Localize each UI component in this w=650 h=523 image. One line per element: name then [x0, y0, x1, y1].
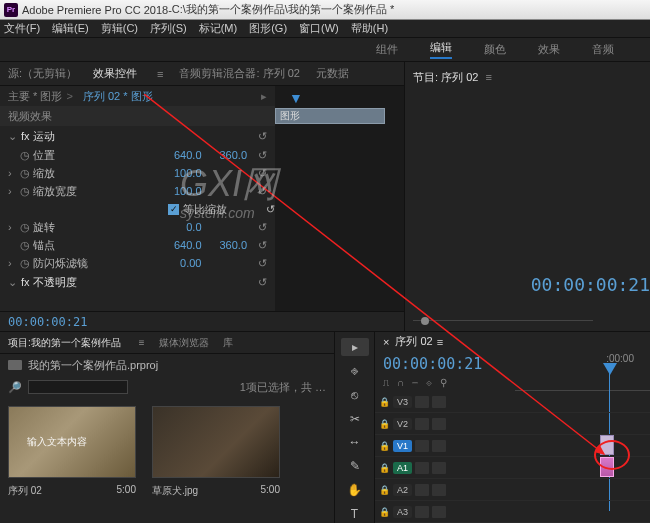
track-v2[interactable]: V2 [393, 418, 412, 430]
mute-icon[interactable] [415, 506, 429, 518]
razor-tool[interactable]: ✂ [341, 410, 369, 428]
twirl-icon[interactable]: ⌄ [8, 130, 17, 143]
tab-source[interactable]: 源:（无剪辑） [8, 66, 77, 81]
tab-libraries[interactable]: 库 [223, 336, 233, 350]
tab-project[interactable]: 项目:我的第一个案例作品 [8, 336, 121, 350]
mute-icon[interactable] [415, 462, 429, 474]
anchor-y[interactable]: 360.0 [220, 239, 258, 251]
stopwatch-icon[interactable]: ◷ [20, 239, 33, 252]
menu-help[interactable]: 帮助(H) [351, 21, 388, 36]
tab-sequence[interactable]: 序列 02 [395, 334, 432, 349]
antiflicker-v[interactable]: 0.00 [163, 257, 201, 269]
mini-clip[interactable]: 图形 [275, 108, 385, 124]
sync-icon[interactable] [432, 440, 446, 452]
timeline-tracks[interactable] [515, 391, 650, 523]
timeline-ruler[interactable]: :00:00 [515, 351, 650, 391]
search-icon[interactable]: 🔎 [8, 381, 22, 394]
menu-sequence[interactable]: 序列(S) [150, 21, 187, 36]
slip-tool[interactable]: ↔ [341, 434, 369, 452]
reset-icon[interactable]: ↺ [258, 239, 267, 252]
type-tool[interactable]: T [341, 505, 369, 523]
stopwatch-icon[interactable]: ◷ [20, 221, 33, 234]
menu-edit[interactable]: 编辑(E) [52, 21, 89, 36]
reset-icon[interactable]: ↺ [258, 130, 267, 143]
hand-tool[interactable]: ✋ [341, 481, 369, 499]
lock-icon[interactable]: 🔒 [379, 463, 390, 473]
program-scrubber[interactable] [413, 320, 593, 321]
ws-audio[interactable]: 音频 [592, 42, 614, 57]
tab-audio-mixer[interactable]: 音频剪辑混合器: 序列 02 [179, 66, 299, 81]
lock-icon[interactable]: 🔒 [379, 397, 390, 407]
mute-icon[interactable] [415, 484, 429, 496]
solo-icon[interactable] [432, 506, 446, 518]
chevron-icon[interactable]: ▸ [261, 90, 267, 103]
ripple-edit-tool[interactable]: ⎋ [341, 386, 369, 404]
menu-markers[interactable]: 标记(M) [199, 21, 238, 36]
anchor-x[interactable]: 640.0 [163, 239, 201, 251]
twirl-icon[interactable]: › [8, 167, 20, 179]
sync-icon[interactable] [432, 396, 446, 408]
solo-icon[interactable] [432, 484, 446, 496]
solo-icon[interactable] [432, 462, 446, 474]
timeline-options[interactable]: ⎍∩⎓⟐⚲ [383, 377, 507, 388]
track-a3[interactable]: A3 [393, 506, 412, 518]
opacity-effect[interactable]: fx 不透明度 [21, 275, 77, 290]
tab-media-browser[interactable]: 媒体浏览器 [159, 336, 209, 350]
stopwatch-icon[interactable]: ◷ [20, 257, 33, 270]
selection-tool[interactable]: ▸ [341, 338, 369, 356]
stopwatch-icon[interactable]: ◷ [20, 167, 33, 180]
ws-assembly[interactable]: 组件 [376, 42, 398, 57]
tab-metadata[interactable]: 元数据 [316, 66, 349, 81]
lock-icon[interactable]: 🔒 [379, 441, 390, 451]
track-a1[interactable]: A1 [393, 462, 412, 474]
panel-menu-icon[interactable]: ≡ [485, 71, 491, 83]
reset-icon[interactable]: ↺ [258, 276, 267, 289]
track-v1[interactable]: V1 [393, 440, 412, 452]
tab-program[interactable]: 节目: 序列 02 [413, 71, 478, 83]
panel-menu-icon[interactable]: ≡ [437, 336, 443, 348]
playhead-icon[interactable]: ▼ [289, 90, 303, 106]
eye-icon[interactable] [415, 396, 429, 408]
eye-icon[interactable] [415, 418, 429, 430]
menu-graphics[interactable]: 图形(G) [249, 21, 287, 36]
eye-icon[interactable] [415, 440, 429, 452]
out-point-icon[interactable] [421, 317, 429, 325]
panel-menu-icon[interactable]: ≡ [139, 337, 145, 348]
menu-window[interactable]: 窗口(W) [299, 21, 339, 36]
lock-icon[interactable]: 🔒 [379, 507, 390, 517]
track-a2[interactable]: A2 [393, 484, 412, 496]
twirl-icon[interactable]: ⌄ [8, 276, 17, 289]
pen-tool[interactable]: ✎ [341, 457, 369, 475]
scale-v[interactable]: 100.0 [163, 167, 201, 179]
motion-effect[interactable]: fx 运动 [21, 129, 55, 144]
timeline-timecode[interactable]: 00:00:00:21 [383, 355, 507, 373]
thumb-sequence[interactable]: 输入文本内容 序列 025:00 [8, 406, 136, 498]
lock-icon[interactable]: 🔒 [379, 419, 390, 429]
reset-icon[interactable]: ↺ [258, 149, 267, 162]
timecode-left[interactable]: 00:00:00:21 [8, 315, 87, 329]
ws-editing[interactable]: 编辑 [430, 40, 452, 59]
position-y[interactable]: 360.0 [220, 149, 258, 161]
panel-menu-icon[interactable]: ≡ [157, 68, 163, 80]
stopwatch-icon[interactable]: ◷ [20, 149, 33, 162]
reset-icon[interactable]: ↺ [258, 257, 267, 270]
menu-file[interactable]: 文件(F) [4, 21, 40, 36]
sync-icon[interactable] [432, 418, 446, 430]
search-input[interactable] [28, 380, 128, 394]
ws-effects[interactable]: 效果 [538, 42, 560, 57]
reset-icon[interactable]: ↺ [258, 221, 267, 234]
position-x[interactable]: 640.0 [163, 149, 201, 161]
video-clip[interactable] [600, 435, 614, 455]
effect-timeline[interactable]: ▼ 图形 [275, 86, 404, 311]
playhead-icon[interactable] [603, 363, 617, 375]
lock-icon[interactable]: 🔒 [379, 485, 390, 495]
program-timecode[interactable]: 00:00:00:21 [531, 274, 650, 295]
tab-effect-controls[interactable]: 效果控件 [93, 66, 137, 81]
uniform-scale-checkbox[interactable]: ✓ [168, 204, 179, 215]
rotation-v[interactable]: 0.0 [163, 221, 201, 233]
thumb-image[interactable]: 草原犬.jpg5:00 [152, 406, 280, 498]
reset-icon[interactable]: ↺ [266, 203, 275, 216]
ws-color[interactable]: 颜色 [484, 42, 506, 57]
track-select-tool[interactable]: ⎆ [341, 362, 369, 380]
reset-icon[interactable]: ↺ [258, 167, 267, 180]
